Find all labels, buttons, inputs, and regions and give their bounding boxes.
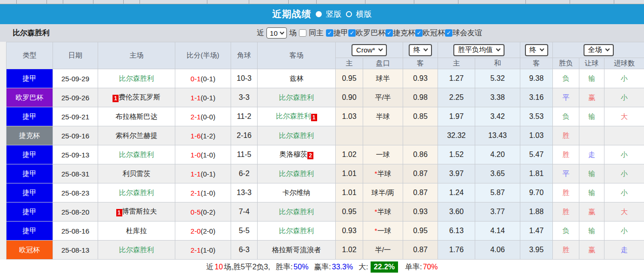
match-count-select[interactable]: 10 bbox=[266, 27, 287, 39]
crow-home-odds bbox=[336, 126, 363, 145]
table-row: 欧冠杯25-08-13比尔森胜利2-1(1-0)6-3格拉斯哥流浪者1.02半/… bbox=[7, 241, 644, 260]
team-name: 比尔森胜利 bbox=[279, 227, 314, 235]
handicap-line: 半/一 bbox=[363, 241, 403, 260]
mean-home-odds: 1.24 bbox=[438, 183, 475, 202]
col-header-type: 类型 bbox=[7, 42, 53, 69]
team-name: 比尔森胜利 bbox=[119, 150, 154, 158]
bookmaker-select[interactable]: Crow* bbox=[352, 44, 387, 56]
summary-mid: 场,胜5平2负3, bbox=[224, 262, 270, 272]
league-filter-3: ✓欧冠杯 bbox=[415, 28, 445, 38]
radio-vertical-selected-icon[interactable] bbox=[316, 11, 322, 17]
win-draw-loss-result: 平 bbox=[553, 88, 579, 107]
mean-away-odds: 1.88 bbox=[520, 202, 553, 222]
away-team-cell: 比尔森胜利 bbox=[258, 126, 336, 145]
home-team-cell: 利贝雷茨 bbox=[98, 164, 175, 183]
mean-time-select[interactable]: 终 bbox=[525, 44, 548, 56]
win-draw-loss-result: 胜 bbox=[553, 202, 579, 222]
handicap-line: *半球 bbox=[363, 164, 403, 183]
win-draw-loss-result: 平 bbox=[553, 164, 579, 183]
checked-checkbox-icon[interactable]: ✓ bbox=[445, 29, 452, 37]
subcol-goals-result: 进球数 bbox=[604, 58, 644, 69]
mean-home-odds: 3.60 bbox=[438, 202, 475, 222]
handicap-star: * bbox=[375, 227, 378, 235]
handicap-result: 赢 bbox=[579, 88, 604, 107]
radio-horizontal-icon[interactable] bbox=[346, 11, 352, 17]
win-draw-loss-result: 胜 bbox=[553, 241, 579, 260]
crow-away-odds: 0.86 bbox=[403, 145, 438, 164]
score-cell: 0-1(0-1) bbox=[175, 69, 231, 88]
mean-draw-odds: 4.14 bbox=[475, 222, 520, 241]
half-time-score: (0-1) bbox=[201, 94, 216, 102]
scope-select[interactable]: 全场 bbox=[584, 44, 614, 56]
win-draw-loss-result: 胜 bbox=[553, 183, 579, 202]
handicap-result: 输 bbox=[579, 183, 604, 202]
team-name: 比尔森胜利 bbox=[279, 170, 314, 177]
chevron-down-icon bbox=[280, 30, 285, 35]
full-time-score: 1-0 bbox=[191, 151, 201, 159]
crow-away-odds bbox=[403, 126, 438, 145]
col-header-date: 日期 bbox=[53, 42, 98, 69]
table-column-divider bbox=[365, 0, 365, 4]
crow-home-odds: 1.03 bbox=[336, 107, 363, 126]
match-date: 25-09-16 bbox=[53, 126, 98, 145]
handicap-line: 一球 bbox=[363, 145, 403, 164]
crow-away-odds: 0.87 bbox=[403, 241, 438, 260]
checked-checkbox-icon[interactable]: ✓ bbox=[348, 29, 356, 37]
league-filter-label: 捷甲 bbox=[333, 28, 348, 38]
mean-away-odds: 9.38 bbox=[520, 69, 553, 88]
checked-checkbox-icon[interactable]: ✓ bbox=[326, 29, 333, 37]
big-label: 大: bbox=[359, 262, 368, 272]
league-filter-label: 欧冠杯 bbox=[423, 28, 445, 38]
summary-bar: 近10场,胜5平2负3, 胜率:50% 赢率:33.3% 大:22.2% 单率:… bbox=[0, 260, 644, 274]
checked-checkbox-icon[interactable]: ✓ bbox=[385, 29, 393, 37]
subcol-handicap-result: 让球 bbox=[579, 58, 604, 69]
radio-vertical-label[interactable]: 竖版 bbox=[326, 9, 342, 20]
mean-home-odds: 1.76 bbox=[438, 241, 475, 260]
team-name: 比尔森胜利 bbox=[119, 246, 154, 254]
league-type-badge: 捷甲 bbox=[7, 183, 53, 202]
goals-result: 大 bbox=[604, 202, 644, 222]
handicap-result: 输 bbox=[579, 69, 604, 88]
table-column-divider bbox=[458, 0, 458, 4]
mean-odds-select[interactable]: 胜平负均值 bbox=[453, 44, 505, 56]
results-table: 类型 日期 主场 比分(半场) 角球 客场 Crow* 终 bbox=[6, 42, 644, 260]
mean-draw-odds: 5.32 bbox=[475, 69, 520, 88]
same-home-checkbox[interactable] bbox=[299, 29, 306, 37]
table-column-divider bbox=[249, 0, 249, 4]
col-header-home: 主场 bbox=[98, 42, 175, 69]
crow-away-odds: 0.95 bbox=[403, 222, 438, 241]
col-header-away: 客场 bbox=[258, 42, 336, 69]
mean-home-odds: 1.97 bbox=[438, 107, 475, 126]
team-name: 卡尔维纳 bbox=[283, 189, 311, 196]
goals-result: 小 bbox=[604, 88, 644, 107]
bookmaker-time-select[interactable]: 终 bbox=[409, 44, 432, 56]
league-type-badge: 捷甲 bbox=[7, 69, 53, 88]
score-cell: 2-1(1-0) bbox=[175, 183, 231, 202]
league-filter-list: ✓捷甲✓欧罗巴杯✓捷克杯✓欧冠杯✓球会友谊 bbox=[326, 28, 482, 38]
table-row: 捷甲25-08-201博雷斯拉夫0-5(0-2)7-4比尔森胜利0.95*半球0… bbox=[7, 202, 644, 222]
red-card-badge: 1 bbox=[116, 209, 122, 216]
full-time-score: 2-1 bbox=[191, 113, 201, 121]
table-row: 捷甲25-09-21布拉格斯巴达2-1(0-0)11-2比尔森胜利11.03半球… bbox=[7, 107, 644, 126]
league-type-badge: 捷甲 bbox=[7, 145, 53, 164]
checked-checkbox-icon[interactable]: ✓ bbox=[415, 29, 423, 37]
same-home-label: 同主 bbox=[309, 28, 324, 38]
win-draw-loss-result: 负 bbox=[553, 222, 579, 241]
bookmaker-select-value: Crow* bbox=[356, 46, 375, 54]
mean-away-odds: 3.16 bbox=[520, 88, 553, 107]
summary-count: 10 bbox=[214, 263, 223, 271]
team-name: 比尔森胜利 bbox=[119, 189, 154, 196]
subcol-crow-away: 客 bbox=[403, 58, 438, 69]
full-time-score: 0-5 bbox=[191, 208, 201, 216]
goals-result bbox=[604, 126, 644, 145]
filter-bar: 比尔森胜利 近 10 场 同主 ✓捷甲✓欧罗巴杯✓捷克杯✓欧冠杯✓球会友谊 bbox=[0, 24, 644, 42]
radio-horizontal-label[interactable]: 横版 bbox=[356, 9, 372, 20]
away-team-cell: 比尔森胜利 bbox=[258, 164, 336, 183]
table-column-divider bbox=[570, 0, 570, 4]
near-label: 近 bbox=[257, 28, 264, 38]
half-time-score: (2-0) bbox=[201, 227, 216, 235]
table-column-divider bbox=[614, 0, 614, 4]
corners-cell: 13-3 bbox=[231, 183, 258, 202]
corners-cell: 7-4 bbox=[231, 202, 258, 222]
mean-away-odds: 3.95 bbox=[520, 241, 553, 260]
